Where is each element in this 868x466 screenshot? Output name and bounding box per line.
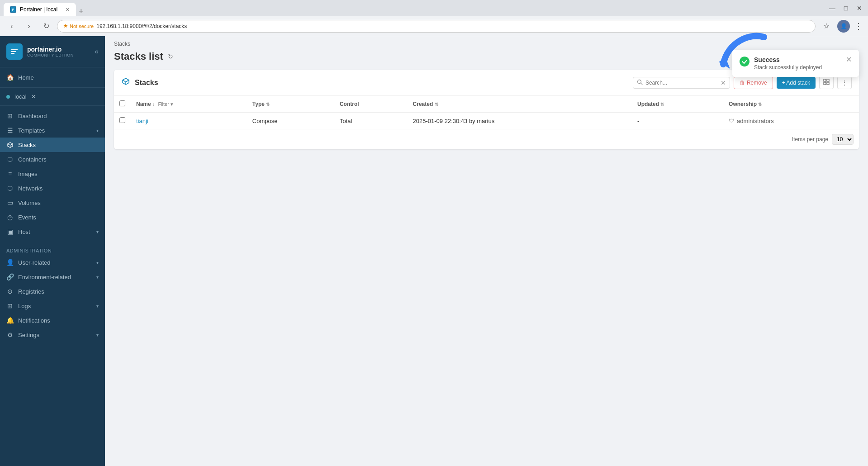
images-icon: ≡ (6, 170, 14, 177)
toast-close-button[interactable]: ✕ (846, 56, 852, 63)
sidebar-item-user-related[interactable]: 👤 User-related ▾ (0, 255, 105, 270)
tab-close-btn[interactable]: ✕ (66, 7, 70, 13)
table-body: tianji Compose Total 2025-01-09 22:30:43… (114, 113, 859, 129)
header-created: Created ⇅ (408, 96, 632, 113)
select-all-checkbox[interactable] (119, 100, 125, 106)
sidebar-notifications-label: Notifications (18, 317, 99, 324)
updated-header-label: Updated (637, 101, 659, 107)
sidebar-volumes-label: Volumes (18, 200, 99, 206)
created-sort-icon[interactable]: ⇅ (435, 102, 438, 107)
env-close-badge[interactable]: ✕ (31, 93, 36, 100)
refresh-button[interactable]: ↻ (168, 53, 173, 60)
updated-sort-icon[interactable]: ⇅ (660, 102, 664, 107)
row-updated-cell: - (632, 113, 723, 129)
minimize-button[interactable]: — (827, 3, 837, 13)
registries-icon: ⊙ (6, 288, 14, 295)
reload-button[interactable]: ↻ (40, 20, 52, 33)
items-per-page-label: Items per page (792, 136, 828, 143)
sidebar-item-home[interactable]: 🏠 Home (0, 70, 105, 85)
ownership-header-label: Ownership (729, 101, 757, 107)
sidebar-logs-label: Logs (18, 303, 92, 309)
sidebar-item-notifications[interactable]: 🔔 Notifications (0, 313, 105, 328)
row-ownership-cell: 🛡 administrators (723, 113, 859, 129)
dashboard-icon: ⊞ (6, 112, 14, 119)
svg-text:P: P (12, 8, 14, 11)
add-stack-label: + Add stack (782, 80, 810, 86)
templates-icon: ☰ (6, 127, 14, 134)
sidebar-user-related-label: User-related (18, 259, 92, 266)
stack-name-link[interactable]: tianji (136, 118, 148, 124)
sidebar-settings-label: Settings (18, 332, 92, 338)
sidebar-item-local[interactable]: local ✕ (0, 90, 105, 104)
logs-chevron-icon: ▾ (96, 304, 99, 309)
card-title: Stacks (135, 79, 628, 87)
name-filter-button[interactable]: Filter ▾ (158, 101, 173, 107)
home-icon: 🏠 (6, 74, 14, 81)
close-button[interactable]: ✕ (854, 3, 864, 13)
sidebar-item-events[interactable]: ◷ Events (0, 210, 105, 224)
search-clear-button[interactable]: ✕ (721, 79, 726, 86)
svg-rect-6 (824, 82, 826, 85)
svg-point-3 (637, 80, 641, 83)
toast-container: Success Stack successfully deployed ✕ (732, 50, 859, 77)
profile-button[interactable]: 👤 (837, 20, 850, 33)
header-control: Control (334, 96, 408, 113)
header-name: Name ↓ Filter ▾ (131, 96, 247, 113)
header-ownership: Ownership ⇅ (723, 96, 859, 113)
ownership-value: administrators (737, 118, 774, 124)
name-header-label: Name (136, 101, 151, 107)
sidebar-item-volumes[interactable]: ▭ Volumes (0, 195, 105, 210)
add-stack-button[interactable]: + Add stack (777, 77, 816, 89)
search-icon (637, 79, 643, 86)
sidebar-item-registries[interactable]: ⊙ Registries (0, 284, 105, 299)
type-sort-icon[interactable]: ⇅ (266, 102, 270, 107)
new-tab-button[interactable]: + (77, 7, 85, 16)
row-checkbox[interactable] (119, 117, 125, 123)
sidebar-networks-label: Networks (18, 185, 99, 192)
sidebar-item-settings[interactable]: ⚙ Settings ▾ (0, 328, 105, 342)
control-header-label: Control (340, 101, 359, 107)
maximize-button[interactable]: □ (841, 3, 851, 13)
sidebar-events-label: Events (18, 214, 99, 221)
toolbar: ✕ 🗑 Remove + Add stack ⋮ (633, 76, 852, 89)
more-options-button[interactable]: ⋮ (854, 21, 863, 31)
sidebar-item-networks[interactable]: ⬡ Networks (0, 181, 105, 195)
sidebar-item-dashboard[interactable]: ⊞ Dashboard (0, 109, 105, 123)
sidebar-item-host[interactable]: ▣ Host ▾ (0, 224, 105, 239)
search-box[interactable]: ✕ (633, 77, 730, 89)
remove-button[interactable]: 🗑 Remove (734, 76, 773, 89)
sidebar-item-containers[interactable]: ⬡ Containers (0, 152, 105, 166)
view-toggle-button[interactable] (819, 76, 834, 89)
row-created-cell: 2025-01-09 22:30:43 by marius (408, 113, 632, 129)
tab-title: Portainer | local (20, 6, 57, 13)
toast-success-icon (740, 57, 749, 67)
env-status-dot (6, 95, 10, 99)
success-toast: Success Stack successfully deployed ✕ (732, 50, 859, 77)
sidebar-collapse-button[interactable]: « (95, 48, 99, 56)
address-input-container[interactable]: Not secure 192.168.1.18:9000/#!/2/docker… (57, 20, 816, 33)
bookmark-button[interactable]: ☆ (820, 20, 833, 33)
active-tab[interactable]: P Portainer | local ✕ (4, 3, 76, 16)
toast-title: Success (754, 56, 841, 63)
main-content: Stacks Stacks list ↻ Stacks (105, 36, 868, 466)
sidebar-item-templates[interactable]: ☰ Templates ▾ (0, 123, 105, 138)
sidebar-host-label: Host (18, 228, 92, 235)
more-options-btn[interactable]: ⋮ (837, 76, 852, 89)
sidebar-item-images[interactable]: ≡ Images (0, 166, 105, 181)
ownership-sort-icon[interactable]: ⇅ (758, 102, 762, 107)
items-per-page-select[interactable]: 10 25 50 (832, 134, 854, 145)
search-input[interactable] (645, 80, 718, 86)
sidebar-images-label: Images (18, 171, 99, 177)
user-related-chevron-icon: ▾ (96, 260, 99, 265)
stacks-card: Stacks ✕ 🗑 Remove + Add stack (114, 70, 859, 149)
svg-rect-5 (827, 79, 829, 81)
sidebar-item-logs[interactable]: ⊞ Logs ▾ (0, 299, 105, 313)
sidebar-dashboard-label: Dashboard (18, 113, 99, 119)
sidebar-item-stacks[interactable]: Stacks (0, 138, 105, 152)
table-header: Name ↓ Filter ▾ Type ⇅ Control Created (114, 96, 859, 113)
browser-tabs: P Portainer | local ✕ + (4, 0, 85, 16)
back-button[interactable]: ‹ (5, 20, 18, 33)
name-sort-icon[interactable]: ↓ (152, 102, 155, 107)
sidebar-item-env-related[interactable]: 🔗 Environment-related ▾ (0, 270, 105, 284)
forward-button[interactable]: › (23, 20, 35, 33)
